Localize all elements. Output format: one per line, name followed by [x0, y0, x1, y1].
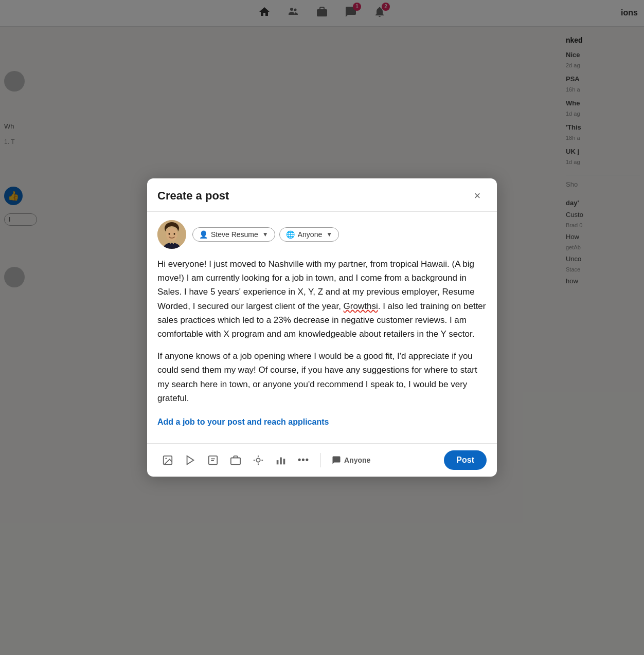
modal-title: Create a post [157, 189, 229, 203]
celebrate-icon-button[interactable] [248, 450, 269, 470]
close-button[interactable]: × [468, 187, 487, 205]
misspelled-word: Growthsi [344, 301, 378, 311]
svg-point-12 [165, 458, 167, 459]
svg-marker-13 [187, 456, 194, 465]
svg-rect-23 [277, 460, 279, 464]
audience-pill[interactable]: 🌐 Anyone ▼ [279, 227, 339, 242]
svg-rect-24 [280, 457, 282, 464]
video-icon-button[interactable] [180, 450, 201, 470]
document-icon-button[interactable] [203, 450, 223, 470]
svg-rect-25 [283, 459, 285, 464]
create-post-modal: Create a post × [147, 178, 497, 477]
post-button[interactable]: Post [444, 450, 487, 470]
footer-audience-selector[interactable]: Anyone [327, 452, 375, 468]
photo-icon-button[interactable] [157, 450, 178, 470]
avatar [157, 220, 186, 249]
svg-rect-17 [231, 458, 240, 464]
person-icon: 👤 [199, 230, 208, 239]
post-paragraph-1: Hi everyone! I just moved to Nashville w… [157, 257, 487, 341]
user-name-pill[interactable]: 👤 Steve Resume ▼ [192, 227, 275, 242]
modal-body: 👤 Steve Resume ▼ 🌐 Anyone ▼ Hi everyone!… [147, 212, 497, 443]
globe-icon: 🌐 [286, 230, 295, 239]
post-text-area[interactable]: Hi everyone! I just moved to Nashville w… [157, 257, 487, 405]
footer-audience-label: Anyone [344, 456, 370, 464]
svg-point-8 [174, 233, 175, 235]
user-name-label: Steve Resume [211, 230, 258, 239]
user-info-row: 👤 Steve Resume ▼ 🌐 Anyone ▼ [157, 220, 487, 249]
more-icon-button[interactable]: ••• [293, 450, 314, 470]
name-chevron-icon: ▼ [262, 231, 269, 238]
audience-chevron-icon: ▼ [326, 231, 332, 238]
modal-footer: ••• Anyone Post [147, 443, 497, 477]
post-paragraph-2: If anyone knows of a job opening where I… [157, 349, 487, 405]
footer-divider [320, 453, 320, 467]
svg-point-18 [256, 458, 260, 462]
user-controls: 👤 Steve Resume ▼ 🌐 Anyone ▼ [192, 227, 339, 242]
svg-point-7 [169, 233, 170, 235]
svg-point-6 [166, 228, 177, 241]
poll-icon-button[interactable] [271, 450, 291, 470]
modal-header: Create a post × [147, 178, 497, 212]
jobs-icon-button[interactable] [225, 450, 246, 470]
audience-label: Anyone [298, 230, 322, 239]
add-job-link[interactable]: Add a job to your post and reach applica… [157, 417, 487, 427]
